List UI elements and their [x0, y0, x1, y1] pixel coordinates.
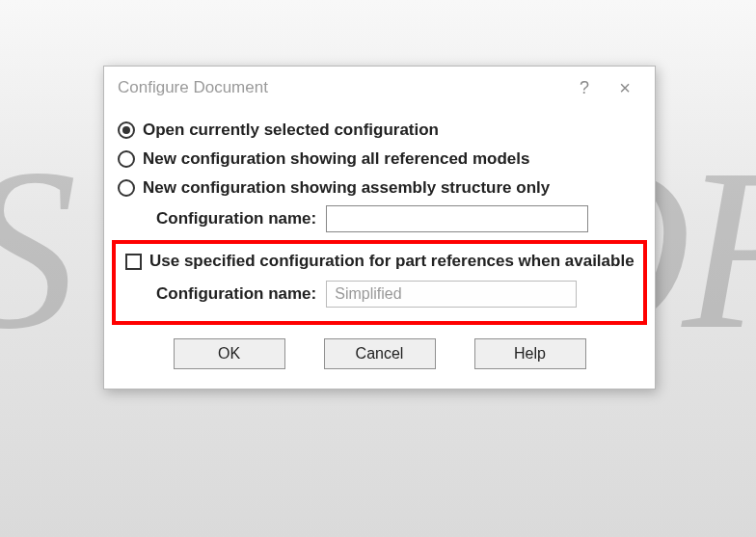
- radio-label: New configuration showing assembly struc…: [143, 178, 550, 198]
- radio-icon: [118, 179, 135, 197]
- config-name-label: Configuration name:: [156, 209, 316, 228]
- ok-button[interactable]: OK: [174, 338, 285, 369]
- radio-open-current[interactable]: Open currently selected configuration: [118, 119, 641, 142]
- help-button[interactable]: ?: [564, 74, 605, 101]
- radio-icon: [118, 121, 135, 139]
- background-watermark-left: S: [0, 116, 68, 382]
- radio-icon: [118, 150, 135, 168]
- radio-label: Open currently selected configuration: [143, 121, 439, 140]
- dialog-body: Open currently selected configuration Ne…: [104, 109, 655, 389]
- specified-config-name-input[interactable]: [326, 281, 577, 308]
- dialog-titlebar: Configure Document ? ×: [104, 67, 655, 109]
- help-button-bottom[interactable]: Help: [474, 338, 586, 369]
- dialog-button-row: OK Cancel Help: [118, 338, 641, 373]
- radio-new-assembly-only[interactable]: New configuration showing assembly struc…: [118, 176, 641, 200]
- specified-config-name-row: Configuration name:: [156, 281, 637, 308]
- checkbox-label: Use specified configuration for part ref…: [149, 252, 634, 271]
- radio-label: New configuration showing all referenced…: [143, 149, 529, 169]
- configure-document-dialog: Configure Document ? × Open currently se…: [103, 66, 656, 389]
- cancel-button[interactable]: Cancel: [324, 338, 436, 369]
- use-specified-checkbox-row[interactable]: Use specified configuration for part ref…: [125, 252, 637, 271]
- dialog-title: Configure Document: [118, 78, 564, 97]
- config-name-row: Configuration name:: [156, 205, 641, 232]
- checkbox-icon: [125, 254, 142, 270]
- highlighted-section: Use specified configuration for part ref…: [112, 240, 647, 325]
- close-button[interactable]: ×: [605, 74, 645, 101]
- specified-config-name-label: Configuration name:: [156, 284, 316, 304]
- radio-new-all-referenced[interactable]: New configuration showing all referenced…: [118, 148, 641, 171]
- config-name-input[interactable]: [326, 205, 588, 232]
